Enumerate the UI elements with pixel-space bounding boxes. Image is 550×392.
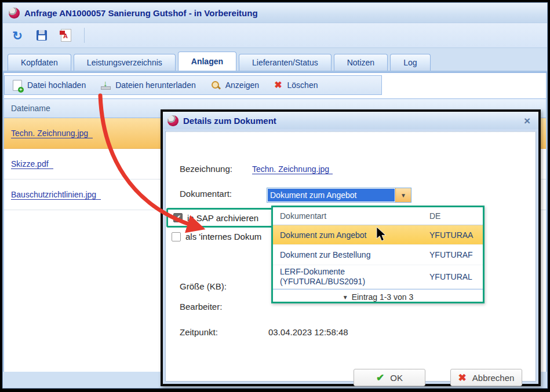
ok-label: OK	[390, 373, 403, 383]
upload-file-button[interactable]: + Datei hochladen	[13, 80, 86, 91]
dokumentart-combobox[interactable]: Dokument zum Angebot ▼	[267, 188, 411, 203]
cancel-x-icon: ✖	[458, 373, 467, 383]
dialog-logo-icon	[167, 115, 179, 126]
down-arrow-icon: ↓	[103, 79, 107, 88]
attachment-action-toolbar: + Datei hochladen ↓ Dateien herunterlade…	[4, 75, 382, 95]
internal-document-row: als 'internes Dokum	[172, 232, 261, 241]
tab-strip: Kopfdaten Leistungsverzeichnis Anlagen L…	[3, 48, 547, 71]
file-add-icon: +	[13, 80, 22, 91]
dropdown-header: Dokumentart DE	[273, 207, 483, 225]
icon-toolbar: ↻ A	[3, 23, 547, 48]
refresh-icon: ↻	[12, 30, 23, 42]
tab-kopfdaten[interactable]: Kopfdaten	[8, 54, 71, 71]
download-icon: ↓	[101, 80, 110, 90]
download-files-label: Dateien herunterladen	[115, 80, 196, 90]
dialog-title: Details zum Dokument	[183, 116, 516, 126]
dropdown-header-col1: Dokumentart	[273, 211, 429, 221]
plus-badge-icon: +	[18, 87, 24, 93]
file-link[interactable]: Bauschutzrichtlinien.jpg	[11, 190, 101, 200]
magnifier-handle	[217, 86, 221, 89]
main-window: Anfrage AN1000057 Sanierung Gutshof - in…	[2, 2, 548, 389]
dokumentart-dropdown-list: Dokumentart DE Dokument zum Angebot YFUT…	[271, 206, 485, 303]
app-logo-icon	[9, 8, 20, 19]
dialog-titlebar: Details zum Dokument ×	[163, 112, 538, 129]
view-button[interactable]: Anzeigen	[211, 80, 259, 90]
delete-button[interactable]: ✖ Löschen	[274, 80, 318, 90]
sap-archive-label: in SAP archivieren	[187, 213, 258, 223]
pdf-export-button[interactable]: A	[59, 28, 74, 43]
chevron-down-icon: ▼	[400, 192, 406, 199]
save-button[interactable]	[34, 28, 49, 43]
cancel-button[interactable]: ✖ Abbrechen	[450, 369, 522, 386]
close-icon[interactable]: ×	[520, 115, 534, 126]
dropdown-pager[interactable]: ▼ Eintrag 1-3 von 3	[273, 289, 483, 305]
sap-archive-checkbox[interactable]: ✔	[173, 213, 183, 222]
zeitpunkt-value: 03.04.2023 12:58:48	[268, 327, 348, 337]
tab-anlagen[interactable]: Anlagen	[178, 52, 236, 71]
mouse-cursor-icon	[376, 227, 388, 242]
download-files-button[interactable]: ↓ Dateien herunterladen	[101, 80, 196, 90]
tab-leistungsverzeichnis[interactable]: Leistungsverzeichnis	[74, 54, 176, 71]
dropdown-header-col2: DE	[429, 211, 483, 221]
bezeichnung-label: Bezeichnung:	[180, 164, 232, 174]
pdf-icon: A	[61, 29, 71, 42]
internal-document-checkbox[interactable]	[172, 232, 181, 241]
tab-log[interactable]: Log	[390, 54, 430, 71]
view-label: Anzeigen	[225, 80, 259, 90]
ok-check-icon: ✔	[376, 372, 384, 384]
internal-document-label: als 'internes Dokum	[185, 232, 261, 241]
refresh-button[interactable]: ↻	[10, 28, 25, 43]
sap-archive-highlight-box: ✔ in SAP archivieren	[166, 208, 276, 228]
tab-notizen[interactable]: Notizen	[334, 54, 388, 71]
magnifier-icon	[211, 80, 220, 90]
tab-lieferanten-status[interactable]: Lieferanten/Status	[239, 54, 332, 71]
dialog-content: Bezeichnung: Techn. Zeichnung.jpg Dokume…	[165, 131, 536, 382]
dropdown-option-lerf[interactable]: LERF-Dokumente (YFUTURAL/BUS2091) YFUTUR…	[273, 265, 483, 289]
toolbar-separator	[84, 28, 85, 43]
window-title: Anfrage AN1000057 Sanierung Gutshof - in…	[24, 8, 258, 18]
delete-label: Löschen	[287, 80, 318, 90]
save-icon	[37, 30, 47, 41]
delete-icon: ✖	[274, 80, 282, 90]
groesse-label: Größe (KB):	[180, 281, 227, 291]
file-link[interactable]: Skizze.pdf	[11, 159, 53, 169]
upload-file-label: Datei hochladen	[27, 80, 86, 90]
pdf-letter-icon: A	[63, 32, 68, 39]
cancel-label: Abbrechen	[472, 373, 515, 383]
dropdown-option-bestellung[interactable]: Dokument zur Bestellung YFUTURAF	[273, 245, 483, 265]
dokumentart-selected-value: Dokument zum Angebot	[268, 189, 395, 202]
zeitpunkt-label: Zeitpunkt:	[180, 327, 218, 337]
details-dialog: Details zum Dokument × Bezeichnung: Tech…	[161, 109, 541, 386]
window-titlebar: Anfrage AN1000057 Sanierung Gutshof - in…	[3, 3, 547, 23]
pager-text: Eintrag 1-3 von 3	[352, 292, 414, 302]
file-link[interactable]: Techn. Zeichnung.jpg	[11, 129, 93, 138]
dokumentart-label: Dokumentart:	[180, 189, 232, 199]
collapse-icon: ▼	[343, 294, 348, 301]
bezeichnung-file-link[interactable]: Techn. Zeichnung.jpg	[252, 164, 333, 174]
bearbeiter-label: Bearbeiter:	[180, 302, 222, 312]
screenshot-frame: Anfrage AN1000057 Sanierung Gutshof - in…	[0, 0, 550, 392]
combo-trigger-button[interactable]: ▼	[395, 188, 411, 202]
ok-button[interactable]: ✔ OK	[354, 369, 425, 386]
